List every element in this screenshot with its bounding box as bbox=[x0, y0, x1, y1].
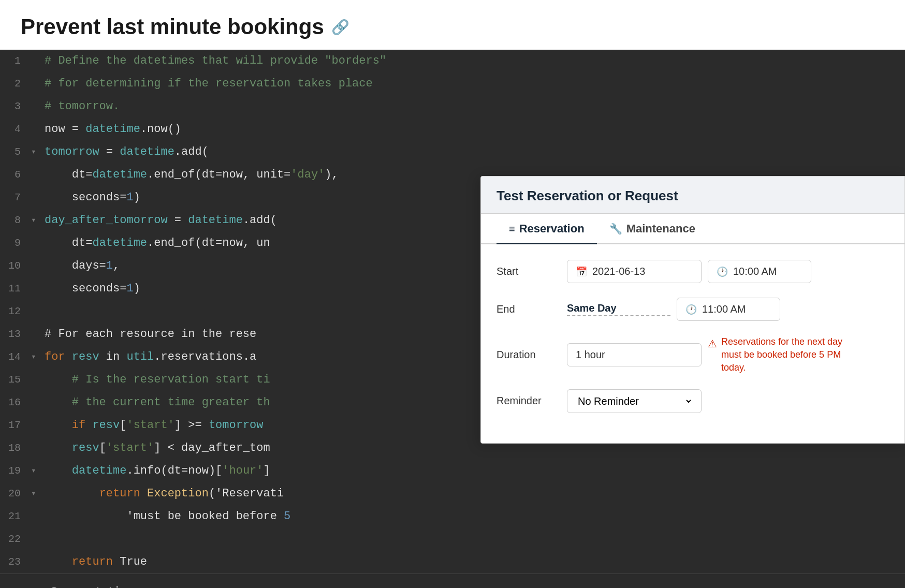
line-number: 19 bbox=[0, 460, 31, 482]
line-arrow: ▾ bbox=[31, 141, 42, 164]
start-time-value: 10:00 AM bbox=[733, 266, 777, 277]
reminder-label: Reminder bbox=[497, 395, 559, 407]
line-number: 12 bbox=[0, 300, 31, 323]
error-icon: ⚠ bbox=[708, 336, 717, 351]
line-number: 18 bbox=[0, 437, 31, 460]
line-content: datetime.info(dt=now)['hour'] bbox=[42, 460, 905, 482]
line-content: # for determining if the reservation tak… bbox=[42, 72, 905, 95]
code-line: 22 bbox=[0, 528, 905, 551]
same-day-badge: Same Day bbox=[567, 302, 670, 316]
line-content: # Define the datetimes that will provide… bbox=[42, 50, 905, 72]
code-line: 3# tomorrow. bbox=[0, 95, 905, 118]
line-content: 'must be booked before 5 bbox=[42, 505, 905, 528]
code-line: 1# Define the datetimes that will provid… bbox=[0, 50, 905, 72]
line-number: 10 bbox=[0, 255, 31, 277]
code-line: 23 return True bbox=[0, 551, 905, 574]
start-date-input[interactable]: 📅 2021-06-13 bbox=[567, 260, 702, 283]
line-number: 15 bbox=[0, 369, 31, 391]
code-line: 19▾ datetime.info(dt=now)['hour'] bbox=[0, 460, 905, 482]
line-content: now = datetime.now() bbox=[42, 118, 905, 141]
reminder-dropdown[interactable]: No Reminder15 minutes before30 minutes b… bbox=[576, 395, 693, 407]
modal-tabs: ≡ Reservation 🔧 Maintenance bbox=[481, 214, 904, 244]
tab-reservation[interactable]: ≡ Reservation bbox=[497, 214, 597, 244]
end-time-input[interactable]: 🕐 11:00 AM bbox=[677, 298, 780, 321]
code-line: 21 'must be booked before 5 bbox=[0, 505, 905, 528]
tab-maintenance-label: Maintenance bbox=[626, 222, 695, 236]
tab-reservation-label: Reservation bbox=[519, 222, 585, 236]
line-number: 4 bbox=[0, 118, 31, 141]
line-number: 9 bbox=[0, 232, 31, 255]
duration-value: 1 hour bbox=[576, 349, 605, 360]
line-number: 3 bbox=[0, 95, 31, 118]
sneq-documentation-link[interactable]: sneq Documentation bbox=[21, 585, 133, 588]
line-number: 21 bbox=[0, 505, 31, 528]
line-arrow: ▾ bbox=[31, 209, 42, 232]
code-line: 20▾ return Exception('Reservati bbox=[0, 482, 905, 505]
line-content: return True bbox=[42, 551, 905, 574]
reminder-select[interactable]: No Reminder15 minutes before30 minutes b… bbox=[567, 389, 702, 413]
clock-icon-start: 🕐 bbox=[717, 266, 728, 277]
line-number: 20 bbox=[0, 482, 31, 505]
code-line: 5▾tomorrow = datetime.add( bbox=[0, 141, 905, 164]
duration-label: Duration bbox=[497, 349, 559, 361]
line-number: 6 bbox=[0, 164, 31, 186]
code-line: 2# for determining if the reservation ta… bbox=[0, 72, 905, 95]
end-row: End Same Day 🕐 11:00 AM bbox=[497, 298, 889, 321]
line-content: tomorrow = datetime.add( bbox=[42, 141, 905, 164]
calendar-icon: 📅 bbox=[576, 266, 587, 277]
page-title-text: Prevent last minute bookings bbox=[21, 14, 324, 39]
line-number: 2 bbox=[0, 72, 31, 95]
reminder-fields: No Reminder15 minutes before30 minutes b… bbox=[567, 389, 889, 413]
clock-icon-end: 🕐 bbox=[685, 304, 697, 315]
modal-body: Start 📅 2021-06-13 🕐 10:00 AM End Same D… bbox=[481, 244, 904, 443]
line-number: 22 bbox=[0, 528, 31, 551]
error-text: Reservations for the next day must be bo… bbox=[721, 335, 853, 375]
reservation-tab-icon: ≡ bbox=[509, 223, 515, 235]
end-time-value: 11:00 AM bbox=[702, 303, 746, 315]
start-fields: 📅 2021-06-13 🕐 10:00 AM bbox=[567, 260, 889, 283]
modal-panel: Test Reservation or Request ≡ Reservatio… bbox=[480, 176, 905, 444]
start-date-value: 2021-06-13 bbox=[592, 266, 645, 277]
error-message: ⚠ Reservations for the next day must be … bbox=[708, 335, 853, 375]
line-arrow: ▾ bbox=[31, 346, 42, 369]
editor-bottom-bar: sneq Documentation bbox=[0, 574, 905, 588]
line-number: 1 bbox=[0, 50, 31, 72]
line-arrow: ▾ bbox=[31, 482, 42, 505]
modal-header: Test Reservation or Request bbox=[481, 177, 904, 214]
code-line: 4now = datetime.now() bbox=[0, 118, 905, 141]
link-icon[interactable]: 🔗 bbox=[331, 19, 349, 36]
tab-maintenance[interactable]: 🔧 Maintenance bbox=[597, 214, 708, 244]
end-fields: Same Day 🕐 11:00 AM bbox=[567, 298, 889, 321]
line-number: 5 bbox=[0, 141, 31, 164]
start-label: Start bbox=[497, 266, 559, 277]
page-title-bar: Prevent last minute bookings 🔗 bbox=[0, 0, 905, 50]
duration-input[interactable]: 1 hour bbox=[567, 343, 702, 366]
line-number: 16 bbox=[0, 391, 31, 414]
line-number: 17 bbox=[0, 414, 31, 437]
line-number: 11 bbox=[0, 277, 31, 300]
maintenance-tab-icon: 🔧 bbox=[609, 223, 622, 235]
duration-row: Duration 1 hour ⚠ Reservations for the n… bbox=[497, 335, 889, 375]
start-time-input[interactable]: 🕐 10:00 AM bbox=[708, 260, 811, 283]
duration-fields: 1 hour ⚠ Reservations for the next day m… bbox=[567, 335, 889, 375]
line-number: 8 bbox=[0, 209, 31, 232]
start-row: Start 📅 2021-06-13 🕐 10:00 AM bbox=[497, 260, 889, 283]
line-number: 7 bbox=[0, 186, 31, 209]
line-content: return Exception('Reservati bbox=[42, 482, 905, 505]
line-arrow: ▾ bbox=[31, 460, 42, 482]
line-number: 14 bbox=[0, 346, 31, 369]
reminder-row: Reminder No Reminder15 minutes before30 … bbox=[497, 389, 889, 413]
line-number: 23 bbox=[0, 551, 31, 574]
line-number: 13 bbox=[0, 323, 31, 346]
modal-title: Test Reservation or Request bbox=[497, 188, 889, 204]
end-label: End bbox=[497, 303, 559, 315]
line-content: # tomorrow. bbox=[42, 95, 905, 118]
